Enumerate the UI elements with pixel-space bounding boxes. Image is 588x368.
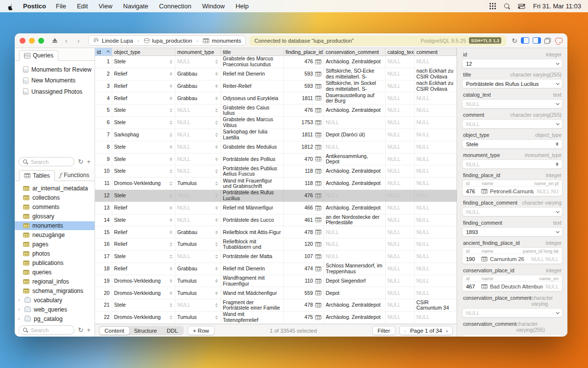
add-table-button[interactable]: + <box>87 327 91 333</box>
cell-comment[interactable]: NULL <box>415 238 457 250</box>
cell-conservation_comment[interactable]: Antikensammlung, Depot <box>324 154 386 165</box>
enum-stepper-icon[interactable] <box>215 158 219 161</box>
field-value-control[interactable]: NULL <box>462 207 563 216</box>
enum-stepper-icon[interactable] <box>170 108 173 112</box>
cell-monument_type[interactable]: NULL <box>175 251 221 263</box>
cell-title[interactable]: Relief mit Dienerin <box>221 68 284 80</box>
enum-stepper-icon[interactable] <box>215 279 219 283</box>
toggle-right-sidebar-icon[interactable] <box>533 37 541 44</box>
enum-stepper-icon[interactable] <box>170 279 173 283</box>
field-value-control[interactable]: NULL <box>462 159 563 169</box>
cell-monument_type[interactable]: Tumulus <box>175 178 221 189</box>
cell-id[interactable]: 10 <box>95 165 112 177</box>
cell-title[interactable]: Relief mit Dienerin <box>221 263 284 275</box>
cell-object_type[interactable]: Relief <box>112 80 175 92</box>
foreign-key-table-icon[interactable] <box>315 72 321 77</box>
table-row[interactable]: 19Dromos-VerkleidungTumulusWandfragment … <box>95 275 457 288</box>
cell-monument_type[interactable]: NULL <box>175 202 221 214</box>
query-item-monuments-for-review[interactable]: Monuments for Review <box>15 65 95 75</box>
foreign-key-card[interactable]: idnameparent_id long lat190Carnuntum 26N… <box>462 247 563 264</box>
cell-catalog_text[interactable]: NULL <box>386 105 415 116</box>
cell-object_type[interactable]: Dromos-Verkleidung <box>112 312 175 323</box>
column-header-finding_place_id[interactable]: finding_place_id <box>284 48 324 55</box>
cell-object_type[interactable]: Stele <box>112 141 175 153</box>
add-row-button[interactable]: + Row <box>188 326 215 335</box>
cell-id[interactable]: 5 <box>95 105 112 116</box>
cell-id[interactable]: 21 <box>95 299 112 311</box>
enum-stepper-icon[interactable] <box>215 194 219 198</box>
query-item-new-monuments[interactable]: New Monuments <box>15 76 95 86</box>
enum-stepper-icon[interactable] <box>170 60 173 64</box>
foreign-key-table-icon[interactable] <box>315 266 321 271</box>
fk-value-row[interactable]: 190Carnuntum 26NULL NULL <box>463 254 562 263</box>
enum-stepper-icon[interactable] <box>170 97 173 101</box>
enum-stepper-icon[interactable] <box>170 158 173 161</box>
cell-catalog_text[interactable]: NULL <box>386 129 415 141</box>
table-row[interactable]: 4ReliefGrabbauOdysseus und Eurykleia1811… <box>95 92 457 105</box>
cell-conservation_comment[interactable]: NULL <box>324 141 386 153</box>
cell-object_type[interactable]: Stele <box>112 190 175 202</box>
table-row[interactable]: 16ReliefTumulusReliefblock mit Tubabläse… <box>95 238 457 251</box>
enum-stepper-icon[interactable] <box>215 315 219 319</box>
foreign-key-table-icon[interactable] <box>481 257 488 262</box>
menu-navigate[interactable]: Navigate <box>123 2 148 10</box>
field-value-control[interactable]: NULL <box>462 308 563 317</box>
cell-catalog_text[interactable]: NULL <box>386 56 415 68</box>
cell-finding_place_id[interactable]: 461 <box>284 214 324 226</box>
cell-monument_type[interactable]: NULL <box>175 56 221 68</box>
cell-monument_type[interactable]: Tumulus <box>175 312 221 323</box>
table-row[interactable]: 7SarkophagNULLSarkophag der Iulia Laetil… <box>95 129 457 141</box>
cell-title[interactable]: Porträtstele der Matta <box>221 251 284 263</box>
enum-stepper-icon[interactable] <box>170 206 173 210</box>
cell-finding_place_id[interactable]: 476 <box>284 105 324 116</box>
cell-title[interactable]: Grabstele des Marcus Praeconius Iucundus <box>221 56 284 68</box>
cell-title[interactable]: Porträtstele des Publius Aelius Fuscus <box>221 165 284 177</box>
menu-window[interactable]: Window <box>202 2 224 10</box>
cell-monument_type[interactable]: NULL <box>175 190 221 202</box>
table-row[interactable]: 11Dromos-VerkleidungTumulusWand mit Frau… <box>95 178 457 190</box>
enum-stepper-icon[interactable] <box>215 255 219 259</box>
enum-stepper-icon[interactable] <box>170 145 173 149</box>
foreign-key-table-icon[interactable] <box>315 108 321 113</box>
foreign-key-card[interactable]: idnamename_en467Bad Deutsch AltenburgNUL… <box>462 275 563 291</box>
enum-stepper-icon[interactable] <box>170 194 173 198</box>
cell-object_type[interactable]: Dromos-Verkleidung <box>112 178 175 189</box>
cell-finding_place_id[interactable]: 110 <box>284 275 324 287</box>
cell-comment[interactable]: NULL <box>415 165 457 177</box>
chevron-down-icon[interactable] <box>556 311 560 314</box>
cell-conservation_comment[interactable]: NULL <box>324 251 386 263</box>
field-stepper-icon[interactable] <box>555 162 559 166</box>
cell-comment[interactable]: CSIR Carnuntum 34 das Bild dieses Fra <box>415 299 457 311</box>
cell-title[interactable]: Reliefblock mit Tubabläsern und Mänade <box>221 238 284 250</box>
enum-stepper-icon[interactable] <box>170 84 173 88</box>
cell-finding_place_id[interactable]: 593 <box>284 80 324 92</box>
enum-stepper-icon[interactable] <box>170 242 173 246</box>
cell-conservation_comment[interactable]: Archäolog. Zentraldepot <box>324 202 386 214</box>
cell-id[interactable]: 15 <box>95 226 112 238</box>
cell-finding_place_id[interactable]: 470 <box>284 154 324 165</box>
enum-stepper-icon[interactable] <box>215 72 219 76</box>
cell-title[interactable]: Reiter-Relief <box>221 80 284 92</box>
table-row[interactable]: 22Dromos-VerkleidungTumulusWand mit Tote… <box>95 312 457 324</box>
cell-id[interactable]: 16 <box>95 238 112 250</box>
enum-stepper-icon[interactable] <box>215 169 219 173</box>
cell-conservation_comment[interactable]: Archäolog. Zentraldepot <box>324 165 386 177</box>
foreign-key-table-icon[interactable] <box>315 96 321 101</box>
enum-stepper-icon[interactable] <box>170 303 173 307</box>
foreign-key-table-icon[interactable] <box>315 242 321 247</box>
cell-finding_place_id[interactable]: 593 <box>284 68 324 80</box>
cell-object_type[interactable]: Relief <box>112 226 175 238</box>
toggle-left-sidebar-icon[interactable] <box>521 37 529 44</box>
foreign-key-table-icon[interactable] <box>315 59 321 64</box>
cell-catalog_text[interactable]: NULL <box>386 299 415 311</box>
column-header-object_type[interactable]: object_type <box>112 48 175 55</box>
cell-monument_type[interactable]: NULL <box>175 141 221 153</box>
cell-monument_type[interactable]: NULL <box>175 299 221 311</box>
minimize-window-button[interactable] <box>29 38 35 44</box>
chevron-down-icon[interactable] <box>556 81 560 85</box>
menu-bar-clock[interactable]: Fri 31. Mar 11:03 <box>533 2 581 10</box>
filter-button[interactable]: Filter <box>372 326 396 335</box>
cell-catalog_text[interactable]: NULL <box>386 202 415 214</box>
enum-stepper-icon[interactable] <box>215 242 219 246</box>
column-header-title[interactable]: title <box>221 48 284 55</box>
